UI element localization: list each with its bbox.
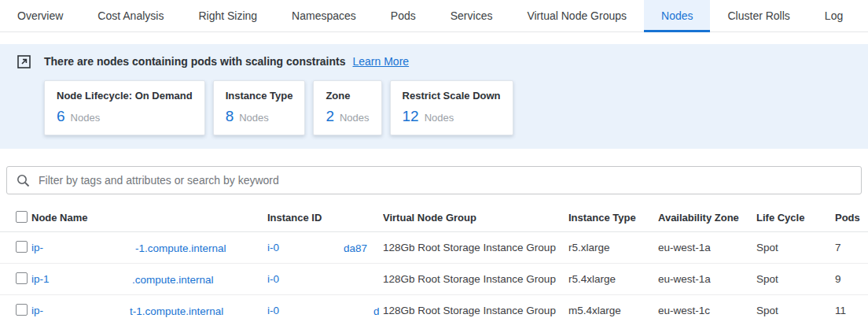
node-name-link[interactable]: ip-t-1.compute.internal — [31, 295, 267, 318]
node-name-fragment: -1.compute.internal — [135, 242, 226, 253]
nodes-table: Node NameInstance IDVirtual Node GroupIn… — [0, 204, 868, 318]
table-row: ip--1.compute.internali-0da87128Gb Root … — [0, 232, 868, 264]
node-name-link[interactable]: ip--1.compute.internal — [31, 232, 267, 263]
card-count: 6 — [57, 108, 65, 125]
instance-type-cell: m5.4xlarge — [568, 305, 658, 316]
card-title: Restrict Scale Down — [403, 90, 501, 102]
constraint-card-zone[interactable]: Zone2Nodes — [313, 80, 381, 135]
node-name-fragment: ip- — [31, 242, 43, 253]
tab-pods[interactable]: Pods — [373, 0, 433, 31]
tab-services[interactable]: Services — [433, 0, 510, 31]
card-unit: Nodes — [340, 112, 370, 124]
instance-id-link[interactable]: i-0da87 — [267, 232, 383, 263]
card-value-row: 6Nodes — [57, 108, 193, 125]
life-cycle-cell: Spot — [756, 242, 835, 253]
select-all-checkbox[interactable] — [16, 211, 28, 223]
constraint-card-node-lifecycle-on-demand[interactable]: Node Lifecycle: On Demand6Nodes — [44, 80, 205, 135]
node-name-fragment: t-1.compute.internal — [130, 305, 223, 316]
instance-id-fragment: i-0 — [267, 273, 279, 285]
instance-id-fragment: i-0 — [267, 305, 279, 316]
pods-count-cell: 9 — [835, 273, 868, 285]
tab-nodes[interactable]: Nodes — [644, 0, 710, 31]
table-row: ip-t-1.compute.internali-0d128Gb Root St… — [0, 295, 868, 318]
constraint-card-instance-type[interactable]: Instance Type8Nodes — [213, 80, 306, 135]
table-body: ip--1.compute.internali-0da87128Gb Root … — [0, 232, 868, 318]
tab-namespaces[interactable]: Namespaces — [274, 0, 373, 31]
header-checkbox-cell — [0, 211, 31, 225]
tab-overview[interactable]: Overview — [0, 0, 80, 31]
column-header-instance-type: Instance Type — [568, 212, 658, 224]
constraint-card-restrict-scale-down[interactable]: Restrict Scale Down12Nodes — [390, 80, 513, 135]
pods-count-cell: 11 — [835, 305, 868, 316]
row-checkbox[interactable] — [16, 272, 28, 284]
row-checkbox[interactable] — [16, 304, 28, 316]
tab-log[interactable]: Log — [807, 0, 860, 31]
availability-zone-cell: eu-west-1a — [658, 242, 756, 253]
tab-right-sizing[interactable]: Right Sizing — [181, 0, 274, 31]
instance-type-cell: r5.4xlarge — [568, 273, 658, 285]
card-title: Instance Type — [226, 90, 293, 102]
table-row: ip-1.compute.internali-0128Gb Root Stora… — [0, 264, 868, 295]
instance-id-link[interactable]: i-0 — [267, 264, 383, 294]
column-header-availability-zone: Availability Zone — [658, 212, 756, 224]
instance-id-fragment: i-0 — [267, 242, 279, 253]
virtual-node-group-cell: 128Gb Root Storage Instance Group — [383, 305, 568, 316]
learn-more-link[interactable]: Learn More — [353, 55, 410, 68]
pods-count-cell: 7 — [835, 242, 868, 253]
tab-cost-analysis[interactable]: Cost Analysis — [80, 0, 181, 31]
instance-id-fragment: da87 — [344, 242, 367, 253]
card-unit: Nodes — [425, 112, 454, 124]
card-count: 12 — [403, 108, 419, 125]
table-header-row: Node NameInstance IDVirtual Node GroupIn… — [0, 204, 868, 232]
card-title: Node Lifecycle: On Demand — [57, 90, 193, 102]
card-value-row: 12Nodes — [403, 108, 501, 125]
scaling-constraints-banner: There are nodes containing pods with sca… — [0, 44, 868, 149]
card-title: Zone — [326, 90, 369, 102]
card-count: 2 — [326, 108, 334, 125]
filter-search-box[interactable] — [6, 166, 862, 194]
instance-type-cell: r5.xlarge — [568, 242, 658, 253]
search-input[interactable] — [39, 174, 851, 187]
availability-zone-cell: eu-west-1a — [658, 273, 756, 285]
node-name-link[interactable]: ip-1.compute.internal — [31, 264, 267, 294]
row-checkbox-cell — [0, 241, 31, 255]
constraint-cards: Node Lifecycle: On Demand6NodesInstance … — [44, 80, 868, 135]
card-value-row: 8Nodes — [226, 108, 293, 125]
virtual-node-group-cell: 128Gb Root Storage Instance Group — [383, 242, 568, 253]
banner-message: There are nodes containing pods with sca… — [44, 55, 346, 68]
instance-id-link[interactable]: i-0d — [267, 295, 383, 318]
virtual-node-group-cell: 128Gb Root Storage Instance Group — [383, 273, 568, 285]
scaling-constraint-icon — [17, 55, 31, 68]
card-value-row: 2Nodes — [326, 108, 369, 125]
column-header-life-cycle: Life Cycle — [756, 212, 835, 224]
tab-virtual-node-groups[interactable]: Virtual Node Groups — [509, 0, 644, 31]
instance-id-fragment: d — [373, 305, 380, 316]
card-count: 8 — [226, 108, 234, 125]
column-header-pods: Pods — [835, 212, 868, 224]
tab-cluster-rolls[interactable]: Cluster Rolls — [710, 0, 807, 31]
life-cycle-cell: Spot — [756, 305, 835, 316]
column-header-virtual-node-group: Virtual Node Group — [383, 212, 568, 224]
column-header-instance-id: Instance ID — [267, 212, 383, 224]
life-cycle-cell: Spot — [756, 273, 835, 285]
card-unit: Nodes — [71, 112, 101, 124]
tab-bar: OverviewCost AnalysisRight SizingNamespa… — [0, 0, 868, 32]
row-checkbox[interactable] — [16, 241, 28, 253]
node-name-fragment: ip- — [31, 305, 43, 316]
column-header-node-name: Node Name — [31, 212, 267, 224]
row-checkbox-cell — [0, 272, 31, 287]
node-name-fragment: ip-1 — [31, 273, 50, 285]
node-name-fragment: .compute.internal — [132, 273, 214, 285]
row-checkbox-cell — [0, 304, 31, 318]
availability-zone-cell: eu-west-1c — [658, 305, 756, 316]
card-unit: Nodes — [239, 112, 269, 124]
search-icon — [17, 174, 30, 187]
